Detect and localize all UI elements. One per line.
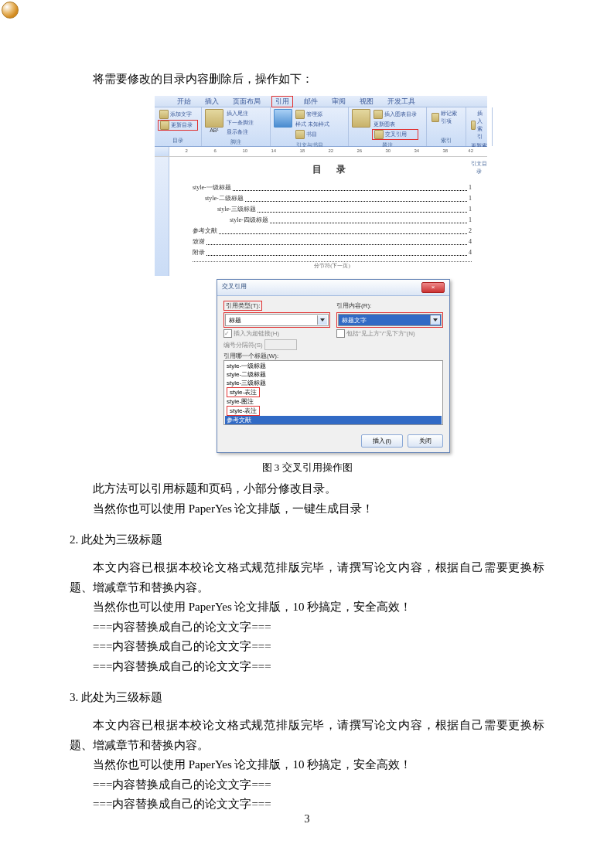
tab-home: 开始 [174, 97, 194, 107]
checkbox-above-below[interactable] [336, 329, 345, 338]
document-page: 目 录 style-一级标题1 style-二级标题1 style-三级标题1 … [169, 157, 487, 276]
group-toc: 目录 [158, 135, 198, 145]
tab-view: 视图 [356, 97, 377, 107]
btn-show-note: 显示备注 [227, 128, 248, 136]
intro-line: 将需要修改的目录内容删除后，操作如下： [70, 70, 544, 88]
figure-word-screenshot: 开始 插入 页面布局 引用 邮件 审阅 视图 开发工具 添加文字 更新目录 目录 [155, 96, 544, 453]
list-item[interactable]: style-一级标题 [225, 362, 442, 370]
btn-update-fig: 更新图表 [374, 121, 395, 128]
placeholder-text: ===内容替换成自己的论文文字=== [70, 657, 544, 677]
list-item[interactable]: style-二级标题 [225, 370, 442, 379]
cancel-button[interactable]: 关闭 [408, 434, 443, 448]
placeholder-text: ===内容替换成自己的论文文字=== [70, 795, 544, 815]
toc-item: style-一级标题 [193, 182, 231, 193]
vertical-ruler [155, 157, 169, 276]
citation-icon [274, 109, 292, 128]
btn-endnote: 插入尾注 [227, 110, 248, 117]
body-text: 此方法可以引用标题和页码，小部分修改目录。 [70, 479, 544, 499]
footnote-icon [205, 109, 223, 128]
list-item-selected[interactable]: 参考文献 [225, 416, 442, 424]
doc-heading: 目 录 [193, 163, 472, 176]
cross-reference-dialog: 交叉引用 × 引用类型(T): 引用内容(R): 标题 [217, 279, 450, 453]
btn-insert-fig-toc: 插入图表目录 [384, 111, 417, 118]
placeholder-text: ===内容替换成自己的论文文字=== [70, 637, 544, 657]
list-item[interactable]: 致 谢 [225, 424, 442, 425]
select-ref-type[interactable]: 标题 [225, 314, 329, 326]
caption-icon [352, 109, 370, 128]
toc-item: style-四级标题 [230, 215, 268, 226]
listbox-headings[interactable]: style-一级标题 style-二级标题 style-三级标题 style-表… [223, 360, 443, 425]
btn-add-text: 添加文字 [170, 111, 192, 118]
btn-insert-idx: 插入索引 [477, 110, 487, 141]
list-item[interactable]: style-表注 [227, 406, 260, 416]
placeholder-text: ===内容替换成自己的论文文字=== [70, 775, 544, 795]
btn-cross-ref: 交叉引用 [385, 131, 407, 138]
btn-manage-src: 管理源 [306, 111, 322, 118]
btn-update-toc: 更新目录 [171, 121, 193, 129]
body-text: 当然你也可以使用 PaperYes 论文排版，10 秒搞定，安全高效！ [70, 755, 544, 775]
group-index: 索引 [430, 135, 462, 145]
tab-layout: 页面布局 [230, 97, 264, 107]
office-button-icon [2, 2, 19, 19]
close-button[interactable]: × [421, 282, 445, 293]
list-item[interactable]: style-图注 [225, 397, 442, 406]
dialog-title: 交叉引用 [222, 282, 247, 293]
toc-item: 参考文献 [193, 226, 217, 237]
label-which-heading: 引用哪一个标题(W): [223, 352, 443, 360]
btn-style: 样式 未知样式 [295, 121, 329, 128]
tab-references: 引用 [271, 96, 293, 107]
label-above-below: 包括"见上方"/"见下方"(N) [346, 329, 415, 338]
toc-item: style-三级标题 [217, 204, 256, 215]
ribbon-tabs: 开始 插入 页面布局 引用 邮件 审阅 视图 开发工具 [155, 96, 487, 107]
page-number: 3 [0, 813, 614, 825]
label-separator: 编号分隔符(S) [223, 341, 263, 349]
toc-item: style-二级标题 [205, 193, 244, 204]
label-ref-type: 引用类型(T): [223, 301, 262, 311]
horizontal-ruler: 2610 141822 263034 3842 [155, 147, 487, 157]
body-text: 当然你也可以使用 PaperYes 论文排版，10 秒搞定，安全高效！ [70, 597, 544, 618]
heading-level3: 2. 此处为三级标题 [70, 533, 544, 547]
heading-level3: 3. 此处为三级标题 [70, 690, 544, 705]
insert-button[interactable]: 插入(I) [361, 434, 403, 448]
tab-dev: 开发工具 [384, 97, 418, 107]
input-separator [264, 339, 297, 350]
toc-item: 致谢 [193, 237, 205, 247]
ribbon-body: 添加文字 更新目录 目录 AB¹ 插入尾注 下一条脚注 [155, 107, 487, 147]
label-hyperlink: 插入为超链接(H) [234, 329, 279, 338]
tab-mail: 邮件 [301, 97, 321, 107]
tab-insert: 插入 [202, 97, 222, 107]
placeholder-text: ===内容替换成自己的论文文字=== [70, 618, 544, 638]
select-ref-content[interactable]: 标题文字 [338, 314, 442, 326]
checkbox-hyperlink[interactable]: ✓ [223, 329, 232, 338]
group-footnote: 脚注 [205, 137, 267, 146]
toc-item: 附录 [193, 247, 205, 258]
btn-biblio: 书目 [306, 131, 317, 138]
body-text: 本文内容已根据本校论文格式规范排版完毕，请撰写论文内容，根据自己需要更换标题、增… [70, 558, 544, 597]
section-break: 分节符(下一页) [193, 261, 472, 270]
body-text: 当然你也可以使用 PaperYes 论文排版，一键生成目录！ [70, 499, 544, 519]
list-item[interactable]: style-三级标题 [227, 380, 266, 386]
btn-next-note: 下一条脚注 [227, 119, 254, 127]
body-text: 本文内容已根据本校论文格式规范排版完毕，请撰写论文内容，根据自己需要更换标题、增… [70, 716, 544, 755]
figure-caption: 图 3 交叉引用操作图 [70, 461, 544, 475]
label-ref-content: 引用内容(R): [336, 301, 443, 310]
ab-label: AB¹ [205, 128, 223, 133]
btn-mark-index: 标记索引项 [441, 110, 461, 125]
list-item[interactable]: style-表注 [227, 387, 260, 397]
tab-review: 审阅 [329, 97, 349, 107]
